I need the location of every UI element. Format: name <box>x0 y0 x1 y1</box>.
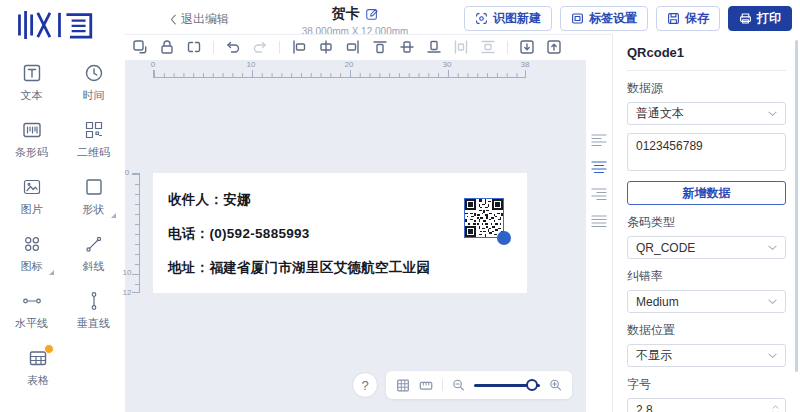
align-text-center-icon[interactable] <box>591 160 607 174</box>
align-center-horizontal-icon[interactable] <box>318 39 334 55</box>
data-content-input[interactable]: 0123456789 <box>627 133 786 171</box>
diagonal-line-icon <box>84 234 104 254</box>
redo-icon <box>252 39 268 55</box>
stepper-buttons <box>765 399 785 412</box>
chevron-down-icon <box>768 299 777 305</box>
data-position-label: 数据位置 <box>627 322 786 339</box>
scan-icon <box>475 12 488 25</box>
align-bottom-icon[interactable] <box>426 39 442 55</box>
zoom-in-icon[interactable] <box>549 378 562 392</box>
data-source-select[interactable]: 普通文本 <box>627 102 786 125</box>
submenu-corner-icon <box>49 270 54 275</box>
vip-badge <box>44 344 54 354</box>
element-sidebar: 文本 时间 条形码 二维码 图片 形状 <box>0 60 125 412</box>
controls-separator <box>442 379 443 391</box>
help-label: ? <box>361 378 368 393</box>
align-top-icon[interactable] <box>372 39 388 55</box>
sidebar-item-table[interactable]: 表格 <box>13 348 63 392</box>
card-text-line[interactable]: 地址：福建省厦门市湖里区艾德航空工业园 <box>168 251 527 285</box>
vertical-ruler <box>132 173 140 293</box>
scan-create-button[interactable]: 识图新建 <box>464 6 552 31</box>
ruler-v-label: 0 <box>122 168 132 177</box>
data-position-select[interactable]: 不显示 <box>627 344 786 367</box>
resize-handle[interactable] <box>497 231 511 245</box>
zoom-slider-knob[interactable] <box>526 379 538 391</box>
sidebar-item-text[interactable]: 文本 <box>7 63 57 107</box>
align-left-icon[interactable] <box>291 39 307 55</box>
add-data-button[interactable]: 新增数据 <box>627 181 786 205</box>
qr-code[interactable] <box>464 198 504 238</box>
header-actions: 识图新建 标签设置 保存 打印 <box>464 6 792 31</box>
ruler-h-label: 0 <box>151 60 155 69</box>
barcode-icon <box>22 120 42 140</box>
zoom-slider[interactable] <box>474 384 540 387</box>
submenu-corner-icon <box>111 213 116 218</box>
panel-scrollbar[interactable] <box>795 40 798 372</box>
sidebar-item-qrcode[interactable]: 二维码 <box>69 120 119 164</box>
group-icon[interactable] <box>132 39 148 55</box>
align-center-vertical-icon[interactable] <box>399 39 415 55</box>
edit-title-icon[interactable] <box>365 7 379 21</box>
sidebar-item-diagonal-line[interactable]: 斜线 <box>69 234 119 278</box>
ruler-v-label: 10 <box>122 268 132 277</box>
undo-icon[interactable] <box>225 39 241 55</box>
table-icon <box>28 348 48 368</box>
sidebar-item-barcode[interactable]: 条形码 <box>7 120 57 164</box>
design-canvas[interactable]: 0 10 20 30 38 0 10 12 收件人：安娜 电话：(0)592-5… <box>125 60 586 412</box>
label-editor-app: 退出编辑 贺卡 38.000mm X 12.000mm 识图新建 标签设置 保存… <box>0 0 800 412</box>
ruler-h-label: 30 <box>443 60 452 69</box>
sidebar-item-time[interactable]: 时间 <box>69 63 119 107</box>
zoom-out-icon[interactable] <box>452 378 465 392</box>
clock-icon <box>84 63 104 83</box>
flip-icon[interactable] <box>186 39 202 55</box>
page-title: 贺卡 <box>332 5 360 23</box>
help-button[interactable]: ? <box>352 372 378 398</box>
sidebar-item-shape[interactable]: 形状 <box>69 177 119 221</box>
increment-icon[interactable] <box>772 405 779 409</box>
sidebar-item-vertical-line[interactable]: 垂直线 <box>69 291 119 335</box>
lock-icon[interactable] <box>159 39 175 55</box>
barcode-type-select[interactable]: QR_CODE <box>627 236 786 259</box>
grid-toggle-icon[interactable] <box>396 378 410 393</box>
sidebar-item-horizontal-line[interactable]: 水平线 <box>7 291 57 335</box>
align-text-right-icon[interactable] <box>591 187 607 201</box>
toolbar-separator <box>213 41 214 54</box>
save-button[interactable]: 保存 <box>656 6 720 31</box>
sidebar-item-icons[interactable]: 图标 <box>7 234 57 278</box>
brand-logo <box>16 7 96 47</box>
qrcode-icon <box>84 120 104 140</box>
send-to-back-icon[interactable] <box>519 39 535 55</box>
distribute-horizontal-icon <box>453 39 469 55</box>
font-size-stepper[interactable]: 2.8 <box>627 398 786 412</box>
label-settings-button[interactable]: 标签设置 <box>560 6 648 31</box>
barcode-type-label: 条码类型 <box>627 214 786 231</box>
align-text-justify-icon[interactable] <box>591 214 607 228</box>
horizontal-line-icon <box>22 291 42 311</box>
error-correction-label: 纠错率 <box>627 268 786 285</box>
vertical-line-icon <box>84 291 104 311</box>
ruler-h-label: 38 <box>521 60 530 69</box>
icons-icon <box>22 234 42 254</box>
align-text-left-icon[interactable] <box>591 133 607 147</box>
sidebar-item-image[interactable]: 图片 <box>7 177 57 221</box>
image-icon <box>22 177 42 197</box>
panel-divider <box>627 70 786 71</box>
chevron-down-icon <box>768 111 777 117</box>
text-align-strip <box>586 60 612 412</box>
toolbar-separator <box>507 41 508 54</box>
ruler-h-label: 20 <box>345 60 354 69</box>
properties-panel: QRcode1 数据源 普通文本 0123456789 新增数据 条码类型 QR… <box>612 34 800 412</box>
bring-to-front-icon[interactable] <box>546 39 562 55</box>
print-button[interactable]: 打印 <box>728 6 792 31</box>
distribute-vertical-icon <box>480 39 496 55</box>
tag-icon <box>571 12 584 25</box>
align-right-icon[interactable] <box>345 39 361 55</box>
text-icon <box>22 63 42 83</box>
save-icon <box>667 12 680 25</box>
chevron-down-icon <box>768 353 777 359</box>
ruler-toggle-icon[interactable] <box>419 378 433 393</box>
error-correction-select[interactable]: Medium <box>627 290 786 313</box>
data-source-label: 数据源 <box>627 80 786 97</box>
ruler-h-label: 10 <box>247 60 256 69</box>
horizontal-ruler <box>153 70 526 78</box>
